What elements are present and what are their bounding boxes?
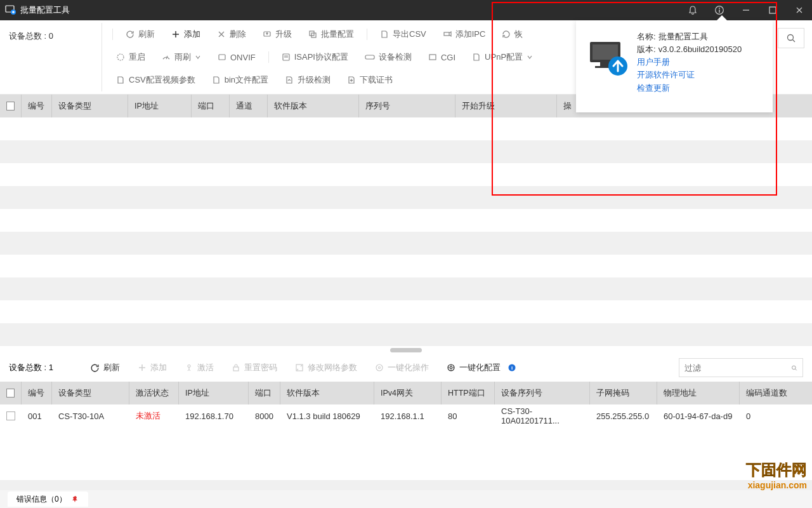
svg-point-35: [450, 366, 452, 369]
row-checkbox[interactable]: [6, 411, 15, 420]
refresh-button[interactable]: 刷新: [118, 25, 162, 43]
device-count-upper: 设备总数 : 0: [9, 30, 53, 42]
svg-point-38: [792, 366, 796, 370]
upgrade-check-button[interactable]: 升级检测: [277, 71, 338, 89]
csv-video-button[interactable]: CSV配置视频参数: [108, 71, 203, 89]
restore-button[interactable]: 恢: [494, 25, 530, 43]
select-all-checkbox-lower[interactable]: [6, 389, 15, 398]
svg-text:i: i: [511, 365, 513, 371]
lower-table-header: 编号 设备类型 激活状态 IP地址 端口 软件版本 IPv4网关 HTTP端口 …: [0, 382, 812, 404]
activate-button[interactable]: 激活: [178, 359, 220, 377]
reset-pwd-button[interactable]: 重置密码: [225, 359, 284, 377]
info-dot-icon: i: [508, 364, 516, 371]
app-icon: [5, 5, 15, 15]
open-source-license-link[interactable]: 开源软件许可证: [637, 69, 742, 81]
lower-add-button[interactable]: 添加: [131, 359, 173, 377]
svg-rect-6: [769, 7, 776, 13]
error-info-tab[interactable]: 错误信息（0）: [8, 491, 88, 507]
svg-rect-19: [219, 55, 225, 60]
svg-rect-30: [233, 367, 239, 371]
svg-point-3: [719, 8, 720, 9]
onvif-button[interactable]: ONVIF: [210, 48, 263, 66]
horizontal-scrollbar[interactable]: [0, 480, 812, 490]
one-click-op-button[interactable]: 一键化操作: [369, 359, 435, 377]
cgi-button[interactable]: CGI: [421, 48, 463, 66]
activate-status: 未激活: [136, 411, 160, 420]
about-popup: 名称:批量配置工具 版本:v3.0.2.6build20190520 用户手册 …: [576, 20, 773, 112]
batch-config-button[interactable]: 批量配置: [301, 25, 362, 43]
add-button[interactable]: 添加: [164, 25, 208, 43]
bell-icon[interactable]: [685, 3, 700, 18]
bin-file-button[interactable]: bin文件配置: [204, 71, 276, 89]
svg-line-39: [796, 369, 797, 370]
check-update-link[interactable]: 检查更新: [637, 82, 742, 95]
svg-rect-24: [429, 55, 436, 60]
svg-rect-23: [365, 55, 374, 59]
close-button[interactable]: [792, 3, 807, 18]
svg-point-32: [376, 364, 383, 371]
svg-rect-16: [444, 32, 449, 36]
filter-input[interactable]: [679, 358, 803, 377]
upper-table-body: [0, 117, 812, 346]
watermark: 下固件网 xiagujian.com: [746, 460, 807, 490]
pin-icon[interactable]: [72, 495, 79, 503]
device-detect-button[interactable]: 设备检测: [357, 48, 419, 66]
svg-point-29: [188, 365, 190, 368]
add-ipc-button[interactable]: 添加IPC: [435, 25, 494, 43]
titlebar: 批量配置工具: [0, 0, 812, 20]
search-button[interactable]: [778, 28, 804, 48]
maximize-button[interactable]: [765, 3, 780, 18]
table-row[interactable]: 001 CS-T30-10A 未激活 192.168.1.70 8000 V1.…: [0, 404, 812, 427]
svg-point-17: [117, 54, 124, 60]
wiper-button[interactable]: 雨刷: [154, 48, 209, 66]
modify-net-button[interactable]: 修改网络参数: [289, 359, 363, 377]
select-all-checkbox-upper[interactable]: [6, 102, 15, 110]
reboot-button[interactable]: 重启: [108, 48, 153, 66]
user-manual-link[interactable]: 用户手册: [637, 56, 742, 69]
svg-point-25: [788, 35, 794, 41]
svg-rect-4: [719, 10, 719, 13]
device-count-lower: 设备总数 : 1: [9, 362, 53, 373]
isapi-button[interactable]: ISAPI协议配置: [274, 48, 356, 66]
footer: 错误信息（0）: [0, 490, 812, 508]
upnp-button[interactable]: UPnP配置: [464, 48, 540, 66]
download-cert-button[interactable]: 下载证书: [339, 71, 400, 89]
svg-line-26: [793, 40, 796, 43]
delete-button[interactable]: 删除: [209, 25, 254, 43]
minimize-button[interactable]: [738, 3, 754, 18]
one-click-cfg-button[interactable]: 一键化配置i: [440, 359, 522, 377]
svg-point-33: [379, 367, 381, 369]
lower-toolbar: 设备总数 : 1 刷新 添加 激活 重置密码 修改网络参数 一键化操作 一键化配…: [0, 354, 812, 382]
upgrade-button[interactable]: 升级: [255, 25, 299, 43]
filter-field[interactable]: [684, 363, 791, 373]
export-csv-button[interactable]: 导出CSV: [372, 25, 434, 43]
splitter[interactable]: [0, 346, 812, 354]
app-title: 批量配置工具: [20, 4, 70, 16]
lower-refresh-button[interactable]: 刷新: [84, 359, 126, 377]
about-app-icon: [586, 38, 627, 74]
